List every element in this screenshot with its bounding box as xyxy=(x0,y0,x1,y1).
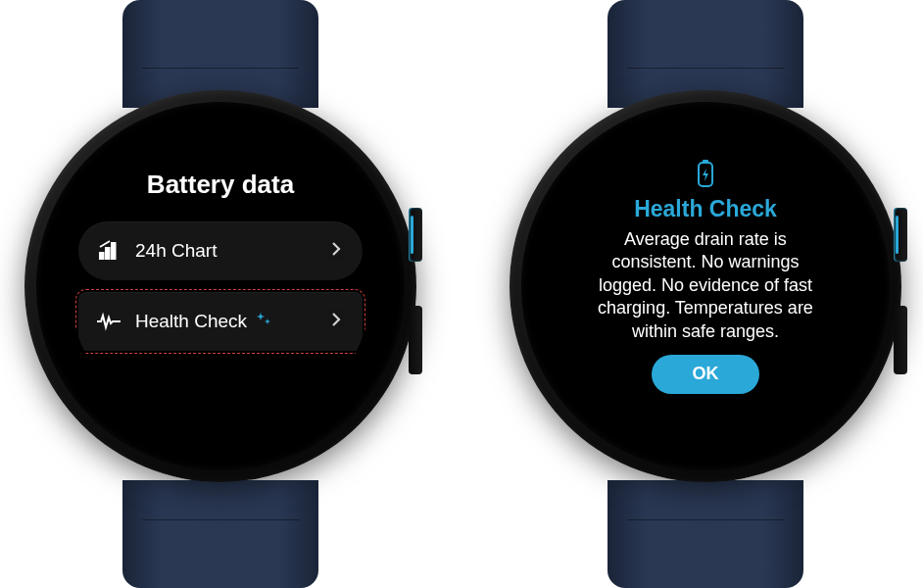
watch-bezel: Health Check Average drain rate is consi… xyxy=(521,102,890,470)
dialog-body: Average drain rate is consistent. No war… xyxy=(555,228,856,343)
hardware-button-top[interactable] xyxy=(409,208,422,262)
hardware-button-bottom[interactable] xyxy=(409,306,422,374)
watch-screen-menu: Battery data 24h Chart xyxy=(70,135,371,437)
watch-screen-dialog: Health Check Average drain rate is consi… xyxy=(555,135,856,437)
chevron-right-icon xyxy=(331,312,341,331)
chevron-right-icon xyxy=(331,241,341,261)
watch-case: Battery data 24h Chart xyxy=(24,90,416,482)
watch-case: Health Check Average drain rate is consi… xyxy=(510,90,901,482)
svg-rect-2 xyxy=(112,243,116,259)
menu-item-label: 24h Chart xyxy=(135,240,217,262)
ok-button-label: OK xyxy=(693,364,719,384)
watch-left: Battery data 24h Chart xyxy=(15,0,426,588)
svg-rect-1 xyxy=(106,248,110,259)
svg-rect-4 xyxy=(703,160,708,163)
menu-item-24h-chart[interactable]: 24h Chart xyxy=(78,221,363,280)
dialog-title: Health Check xyxy=(634,196,777,222)
battery-health-icon xyxy=(694,159,717,192)
watch-right: Health Check Average drain rate is consi… xyxy=(500,0,911,588)
menu-item-health-check[interactable]: Health Check xyxy=(78,292,363,351)
sparkle-icon xyxy=(255,311,272,332)
svg-rect-0 xyxy=(100,253,104,259)
watch-band-bottom xyxy=(122,480,318,588)
hardware-button-bottom[interactable] xyxy=(894,306,907,374)
watch-bezel: Battery data 24h Chart xyxy=(36,102,405,470)
hardware-button-top[interactable] xyxy=(894,208,907,262)
bar-chart-icon xyxy=(96,238,121,264)
menu-list: 24h Chart xyxy=(78,221,363,351)
heartbeat-icon xyxy=(96,309,121,334)
page-title: Battery data xyxy=(147,170,294,200)
ok-button[interactable]: OK xyxy=(652,355,759,394)
menu-item-label: Health Check xyxy=(135,311,247,332)
watch-band-bottom xyxy=(607,480,803,588)
